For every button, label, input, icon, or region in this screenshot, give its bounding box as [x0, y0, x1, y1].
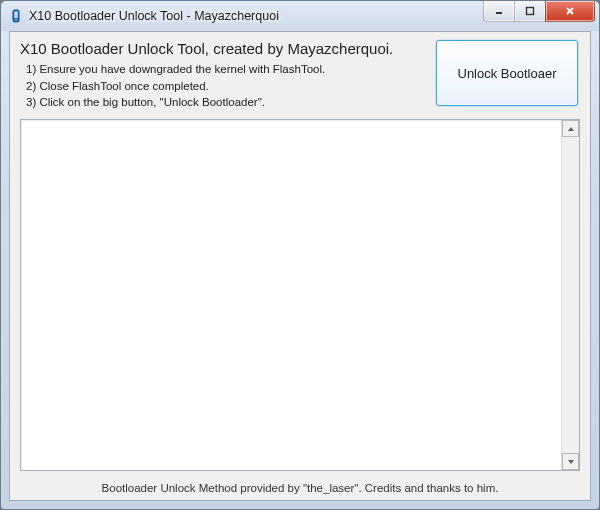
step-list: 1) Ensure you have downgraded the kernel… — [26, 61, 428, 111]
svg-marker-7 — [568, 127, 574, 131]
scroll-down-button[interactable] — [562, 453, 579, 470]
footer-credits: Bootloader Unlock Method provided by "th… — [10, 477, 590, 500]
step-item: 3) Click on the big button, "Unlock Boot… — [26, 94, 428, 111]
svg-rect-1 — [14, 12, 18, 19]
header-area: X10 Bootloader Unlock Tool, created by M… — [10, 32, 590, 115]
step-item: 2) Close FlashTool once completed. — [26, 78, 428, 95]
scroll-up-button[interactable] — [562, 120, 579, 137]
header-text: X10 Bootloader Unlock Tool, created by M… — [20, 38, 428, 111]
maximize-button[interactable] — [514, 1, 546, 22]
minimize-button[interactable] — [483, 1, 515, 22]
close-button[interactable] — [545, 1, 595, 22]
app-window: X10 Bootloader Unlock Tool - Mayazcherqu… — [0, 0, 600, 510]
window-controls — [483, 1, 595, 22]
titlebar[interactable]: X10 Bootloader Unlock Tool - Mayazcherqu… — [1, 1, 599, 31]
unlock-bootloader-button[interactable]: Unlock Bootloaer — [436, 40, 578, 106]
page-title: X10 Bootloader Unlock Tool, created by M… — [20, 40, 428, 57]
phone-icon — [9, 9, 23, 23]
client-area: X10 Bootloader Unlock Tool, created by M… — [9, 31, 591, 501]
log-textbox[interactable] — [20, 119, 580, 471]
vertical-scrollbar[interactable] — [561, 120, 579, 470]
unlock-bootloader-label: Unlock Bootloaer — [458, 66, 557, 81]
log-content — [21, 120, 561, 470]
svg-marker-8 — [568, 460, 574, 464]
svg-point-2 — [15, 19, 17, 21]
svg-rect-4 — [527, 8, 534, 15]
step-item: 1) Ensure you have downgraded the kernel… — [26, 61, 428, 78]
